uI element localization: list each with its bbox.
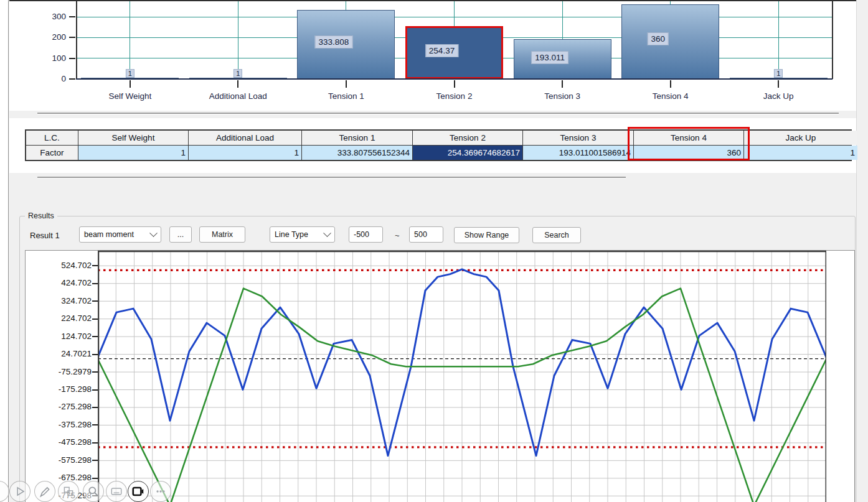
bar-value-label: 193.011 [531,51,568,64]
camera-icon [131,485,145,498]
line-y-axis-label: 524.702 [34,261,92,270]
bar-x-axis-tick [670,80,671,88]
line-y-axis-tick [92,478,98,479]
bar-category-label: Tension 3 [509,91,615,101]
bar-x-axis-tick [778,80,779,88]
factor-cell-additional-load[interactable]: 1 [189,146,301,160]
factor-cell-jack-up[interactable]: 1 [744,146,857,160]
search-icon-button[interactable] [83,481,104,502]
line-y-axis-tick [92,371,98,373]
grid-icon [62,485,75,498]
range-max-input[interactable]: 500 [409,226,443,243]
result-1-label: Result 1 [30,231,60,240]
load-bar-chart-plot[interactable]: 01002003001Self Weight1Additional Load33… [0,0,868,124]
line-y-axis-tick [92,265,98,266]
load-factor-table: L.C. Self Weight Additional Load Tension… [25,129,852,161]
bar-x-axis-tick [562,80,563,88]
line-y-axis-tick [92,354,98,355]
pencil-icon-button[interactable] [34,481,55,502]
factor-cell-tension-4[interactable]: 360 [634,146,743,160]
bar-y-axis-tick [69,58,75,59]
bar-value-label: 1 [234,69,242,78]
results-group-label: Results [25,211,57,220]
bar-y-axis-label: 300 [40,12,66,21]
table-corner-cell: L.C. [26,131,78,145]
bar-x-axis-tick [237,80,238,88]
column-header-tension-2[interactable]: Tension 2 [413,131,522,145]
line-y-axis-label: 124.702 [34,332,92,341]
play-icon-button[interactable] [9,481,31,502]
line-y-axis-label: -475.298 [34,437,92,447]
bar-value-label: 360 [647,32,669,45]
line-y-axis-label: -175.298 [34,384,92,394]
separator-line [37,113,839,114]
bar-tension-4[interactable] [621,4,719,79]
column-header-additional-load[interactable]: Additional Load [189,131,301,145]
show-range-button[interactable]: Show Range [454,227,519,243]
bar-value-label: 333.808 [315,35,353,49]
bar-y-axis-tick [69,37,75,38]
factor-cell-tension-2-selected[interactable]: 254.369674682617 [413,146,522,160]
play-icon [13,485,27,498]
column-header-tension-1[interactable]: Tension 1 [302,131,412,145]
bar-category-label: Jack Up [725,91,831,101]
bar-category-label: Tension 2 [402,91,507,101]
line-y-axis-tick [92,389,98,391]
bar-x-axis-line [76,78,833,80]
column-header-jack-up[interactable]: Jack Up [744,131,857,145]
bar-category-label: Tension 4 [618,91,724,101]
line-y-axis-tick [92,442,98,444]
browse-button[interactable]: ... [169,226,192,243]
bar-value-label: 1 [126,69,134,78]
range-separator: ~ [395,231,400,240]
blank-icon [0,485,6,498]
bar-x-axis-tick [346,80,347,88]
column-header-tension-4[interactable]: Tension 4 [634,131,743,145]
results-line-chart-plot[interactable]: 524.702424.702324.702224.702124.70224.70… [0,250,868,502]
bar-category-label: Self Weight [77,91,183,101]
separator-line [37,177,626,179]
bar-plot-right-border [832,1,833,79]
search-button[interactable]: Search [532,227,581,243]
grid-icon-button[interactable] [58,481,79,502]
line-type-select-value: Line Type [275,230,308,239]
matrix-button[interactable]: Matrix [199,226,245,243]
bar-gridline-v [778,1,779,79]
bar-plot-left-border [76,1,77,79]
factor-cell-tension-3[interactable]: 193.011001586914 [523,146,633,160]
line-y-axis-tick [92,318,98,320]
line-type-select[interactable]: Line Type [270,226,335,243]
line-y-axis-tick [92,336,98,337]
line-y-axis-label: -75.2979 [34,367,92,376]
line-y-axis-label: 24.7021 [34,349,92,358]
line-y-axis-label: 324.702 [34,296,92,305]
bar-x-axis-tick [454,80,455,88]
keyboard-icon-button[interactable] [106,481,127,502]
bar-gridline-v [238,1,238,79]
bar-category-label: Additional Load [185,91,291,101]
bar-y-axis-label: 100 [40,53,66,63]
chevron-down-icon [323,229,331,237]
keyboard-icon [110,485,123,498]
line-y-axis-tick [92,460,98,461]
column-header-tension-3[interactable]: Tension 3 [523,131,633,145]
range-min-input[interactable]: -500 [349,226,383,243]
bar-x-axis-tick [130,80,131,88]
factor-cell-self-weight[interactable]: 1 [78,146,188,160]
line-y-axis-label: 224.702 [34,314,92,323]
factor-cell-tension-1[interactable]: 333.807556152344 [302,146,412,160]
result-type-select[interactable]: beam moment [79,226,161,243]
line-chart-canvas[interactable] [98,250,826,502]
camera-icon-button[interactable] [128,481,149,502]
more-icon-button[interactable] [150,481,171,502]
line-y-axis-tick [92,424,98,425]
bar-y-axis-tick [69,16,75,17]
bar-gridline-v [130,1,130,79]
bar-value-label: 254.37 [425,44,458,57]
chevron-down-icon [149,229,158,237]
column-header-self-weight[interactable]: Self Weight [78,131,188,145]
row-header-factor: Factor [26,146,78,160]
more-icon [154,485,167,498]
line-y-axis-label: -275.298 [34,402,92,411]
result-type-select-value: beam moment [84,230,134,239]
